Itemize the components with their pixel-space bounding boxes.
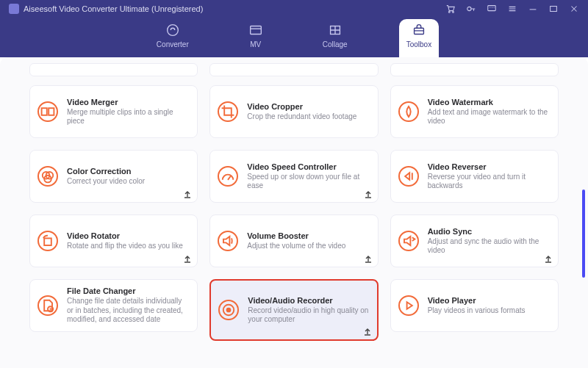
app-window: Aiseesoft Video Converter Ultimate (Unre… bbox=[0, 0, 588, 368]
open-external-icon bbox=[363, 189, 373, 199]
card-desc: Record video/audio in high quality on yo… bbox=[248, 306, 369, 325]
tool-card-video-audio-recorder[interactable]: Video/Audio Recorder Record video/audio … bbox=[209, 279, 378, 341]
color-icon bbox=[37, 166, 58, 187]
play-icon bbox=[398, 295, 419, 316]
maximize-icon[interactable] bbox=[548, 4, 559, 14]
watermark-icon bbox=[398, 101, 419, 122]
svg-rect-3 bbox=[488, 6, 496, 11]
sync-icon bbox=[398, 231, 419, 251]
card-desc: Merge multiple clips into a single piece bbox=[67, 108, 190, 126]
svg-point-17 bbox=[227, 309, 231, 312]
tool-card-video-reverser[interactable]: Video Reverser Reverse your video and tu… bbox=[390, 150, 559, 203]
speed-icon bbox=[218, 166, 238, 187]
card-desc: Rotate and flip the video as you like bbox=[67, 242, 190, 251]
key-icon[interactable] bbox=[466, 4, 476, 14]
cart-icon[interactable] bbox=[445, 4, 456, 14]
toolbox-icon bbox=[411, 22, 427, 38]
card-title: Video Rotator bbox=[67, 231, 190, 240]
volume-icon bbox=[218, 231, 238, 251]
partial-card[interactable] bbox=[390, 63, 559, 76]
nav-label: Toolbox bbox=[406, 40, 431, 48]
svg-rect-6 bbox=[250, 26, 261, 35]
nav-label: Collage bbox=[323, 40, 348, 48]
window-title: Aiseesoft Video Converter Ultimate (Unre… bbox=[24, 4, 203, 13]
crop-icon bbox=[218, 101, 238, 122]
card-title: Video Cropper bbox=[247, 102, 370, 111]
svg-rect-14 bbox=[44, 238, 51, 245]
svg-rect-9 bbox=[42, 108, 47, 115]
open-external-icon bbox=[363, 253, 373, 264]
date-icon bbox=[37, 295, 58, 316]
svg-point-0 bbox=[448, 12, 450, 13]
card-desc: Adjust and sync the audio with the video bbox=[428, 237, 551, 256]
svg-point-1 bbox=[453, 12, 454, 13]
svg-point-5 bbox=[167, 25, 178, 36]
feedback-icon[interactable] bbox=[487, 4, 497, 14]
main-nav: Converter MV Collage Toolbox bbox=[0, 19, 588, 57]
nav-label: MV bbox=[250, 40, 261, 48]
card-desc: Reverse your video and turn it backwards bbox=[428, 173, 551, 191]
app-logo bbox=[9, 4, 19, 14]
tool-cards-grid: Video Merger Merge multiple clips into a… bbox=[29, 85, 559, 341]
card-title: File Date Changer bbox=[67, 286, 190, 295]
svg-rect-10 bbox=[49, 108, 54, 115]
close-icon[interactable] bbox=[569, 4, 579, 14]
menu-icon[interactable] bbox=[507, 4, 517, 14]
card-title: Video Player bbox=[428, 296, 551, 305]
tool-card-color-correction[interactable]: Color Correction Correct your video colo… bbox=[29, 150, 198, 203]
card-desc: Correct your video color bbox=[67, 177, 190, 187]
tool-card-video-speed-controller[interactable]: Video Speed Controller Speed up or slow … bbox=[209, 150, 378, 203]
nav-mv[interactable]: MV bbox=[240, 19, 271, 57]
open-external-icon bbox=[543, 253, 553, 264]
merge-icon bbox=[37, 101, 58, 122]
card-title: Video Speed Controller bbox=[247, 162, 370, 171]
card-title: Video/Audio Recorder bbox=[248, 296, 369, 305]
partial-card[interactable] bbox=[29, 63, 198, 76]
scrollbar-thumb[interactable] bbox=[582, 190, 585, 278]
card-desc: Play videos in various formats bbox=[428, 306, 551, 316]
card-desc: Crop the redundant video footage bbox=[247, 112, 370, 122]
minimize-icon[interactable] bbox=[528, 4, 538, 14]
titlebar-controls bbox=[445, 4, 579, 14]
nav-collage[interactable]: Collage bbox=[315, 19, 355, 57]
card-title: Video Watermark bbox=[428, 98, 551, 107]
card-desc: Adjust the volume of the video bbox=[247, 242, 370, 251]
reverse-icon bbox=[398, 166, 419, 187]
tool-card-video-cropper[interactable]: Video Cropper Crop the redundant video f… bbox=[209, 85, 378, 138]
card-title: Audio Sync bbox=[428, 227, 551, 236]
mv-icon bbox=[248, 22, 264, 38]
nav-converter[interactable]: Converter bbox=[149, 19, 196, 57]
toolbox-panel: Video Merger Merge multiple clips into a… bbox=[0, 63, 588, 354]
tool-card-video-merger[interactable]: Video Merger Merge multiple clips into a… bbox=[29, 85, 198, 138]
converter-icon bbox=[165, 22, 181, 38]
tool-card-volume-booster[interactable]: Volume Booster Adjust the volume of the … bbox=[209, 214, 378, 267]
titlebar: Aiseesoft Video Converter Ultimate (Unre… bbox=[0, 0, 588, 18]
partial-card[interactable] bbox=[209, 63, 378, 76]
card-desc: Change file date details individually or… bbox=[67, 297, 190, 325]
app-header: Aiseesoft Video Converter Ultimate (Unre… bbox=[0, 0, 588, 57]
svg-rect-4 bbox=[551, 7, 557, 12]
content-area: Video Merger Merge multiple clips into a… bbox=[0, 57, 588, 368]
recorder-icon bbox=[218, 300, 239, 320]
rotate-icon bbox=[37, 231, 58, 251]
svg-point-2 bbox=[467, 7, 471, 10]
tool-card-video-player[interactable]: Video Player Play videos in various form… bbox=[390, 279, 559, 332]
tool-card-video-rotator[interactable]: Video Rotator Rotate and flip the video … bbox=[29, 214, 198, 267]
card-title: Video Merger bbox=[67, 98, 190, 107]
card-title: Video Reverser bbox=[428, 162, 551, 171]
open-external-icon bbox=[362, 326, 373, 336]
tool-card-file-date-changer[interactable]: File Date Changer Change file date detai… bbox=[29, 279, 198, 332]
partial-row bbox=[29, 63, 559, 76]
card-title: Color Correction bbox=[67, 167, 190, 176]
card-desc: Add text and image watermark to the vide… bbox=[428, 108, 551, 126]
nav-label: Converter bbox=[157, 40, 189, 48]
collage-icon bbox=[327, 22, 343, 38]
card-title: Volume Booster bbox=[247, 231, 370, 240]
open-external-icon bbox=[182, 253, 193, 264]
tool-card-audio-sync[interactable]: Audio Sync Adjust and sync the audio wit… bbox=[390, 214, 559, 267]
tool-card-video-watermark[interactable]: Video Watermark Add text and image water… bbox=[390, 85, 559, 138]
card-desc: Speed up or slow down your file at ease bbox=[247, 173, 370, 191]
nav-toolbox[interactable]: Toolbox bbox=[399, 19, 439, 57]
open-external-icon bbox=[182, 189, 193, 199]
